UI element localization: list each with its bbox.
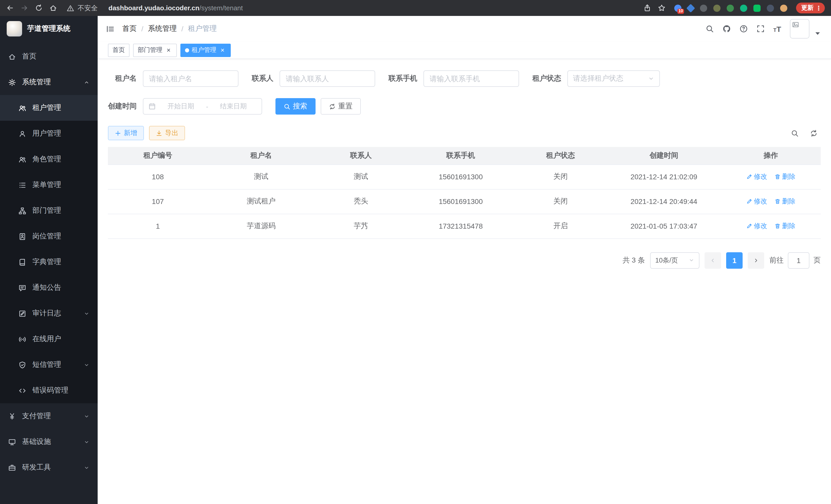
delete-icon: [774, 198, 781, 205]
search-button[interactable]: 搜索: [276, 98, 316, 115]
reset-button[interactable]: 重置: [321, 98, 361, 115]
refresh-icon: [329, 103, 336, 110]
extension-green-icon[interactable]: [727, 4, 734, 11]
sidebar-collapse-icon[interactable]: [106, 24, 115, 33]
yen-icon: [8, 412, 16, 420]
cell-mobile: 15601691300: [407, 189, 514, 214]
pagination-goto: 前往 页: [769, 252, 821, 268]
tab-tenant[interactable]: 租户管理×: [180, 43, 231, 57]
app-title: 芋道管理系统: [27, 24, 70, 33]
badge-icon: [19, 233, 26, 240]
extension-chat-icon[interactable]: [753, 4, 761, 11]
extension-face-icon[interactable]: [780, 4, 787, 11]
site-security-chip[interactable]: 不安全: [67, 3, 98, 12]
tab-close-icon[interactable]: ×: [165, 47, 172, 54]
export-button[interactable]: 导出: [149, 126, 185, 140]
sidebar-item-menu[interactable]: 菜单管理: [0, 172, 98, 198]
tenant-name-input[interactable]: [143, 70, 238, 87]
browser-home-icon[interactable]: [49, 4, 57, 12]
sidebar-item-sms[interactable]: 短信管理: [0, 352, 98, 378]
tab-close-icon[interactable]: ×: [219, 47, 226, 54]
contact-input[interactable]: [280, 70, 375, 87]
extension-plug-icon[interactable]: [767, 4, 774, 11]
cell-created: 2021-01-05 17:03:47: [607, 214, 721, 238]
next-page-button[interactable]: [748, 252, 764, 268]
update-button[interactable]: 更新 ⋮: [796, 3, 825, 13]
app-logo[interactable]: 芋道管理系统: [0, 16, 98, 41]
cell-status: 关闭: [514, 189, 607, 214]
goto-page-input[interactable]: [788, 252, 809, 268]
fullscreen-icon[interactable]: [756, 25, 765, 33]
address-url[interactable]: dashboard.yudao.iocoder.cn/system/tenant: [109, 4, 243, 12]
sidebar-item-infra[interactable]: 基础设施: [0, 429, 98, 455]
edit-link[interactable]: 修改: [746, 172, 767, 181]
sidebar-item-tenant[interactable]: 租户管理: [0, 95, 98, 121]
extension-olive-icon[interactable]: [713, 4, 720, 11]
prev-page-button[interactable]: [705, 252, 721, 268]
help-icon[interactable]: [739, 25, 747, 33]
cell-contact: 秃头: [315, 189, 407, 214]
sidebar-item-log[interactable]: 审计日志: [0, 301, 98, 326]
forward-icon[interactable]: [21, 4, 28, 12]
github-icon[interactable]: [722, 25, 730, 33]
status-placeholder: 请选择租户状态: [573, 74, 623, 83]
back-icon[interactable]: [6, 4, 14, 12]
table-refresh-icon[interactable]: [810, 129, 818, 137]
sidebar-item-label: 研发工具: [22, 463, 51, 472]
toolbar-right: [791, 129, 821, 137]
delete-link[interactable]: 删除: [774, 172, 796, 181]
tenant-name-label: 租户名: [108, 74, 137, 83]
header-search-icon[interactable]: [705, 25, 714, 33]
sidebar-item-role[interactable]: 角色管理: [0, 146, 98, 172]
start-date-placeholder: 开始日期: [158, 102, 204, 111]
sidebar-item-user[interactable]: 用户管理: [0, 121, 98, 146]
add-button[interactable]: 新增: [108, 126, 144, 140]
tenant-status-select[interactable]: 请选择租户状态: [567, 70, 660, 87]
sidebar-item-pay[interactable]: 支付管理: [0, 403, 98, 429]
toggle-search-icon[interactable]: [791, 129, 799, 137]
avatar-caret-down-icon[interactable]: [813, 29, 822, 37]
cell-name: 测试: [208, 165, 315, 189]
tool-icon: [8, 464, 16, 471]
edit-link[interactable]: 修改: [746, 221, 767, 231]
sidebar-item-system[interactable]: 系统管理: [0, 69, 98, 95]
sidebar-item-dept[interactable]: 部门管理: [0, 198, 98, 224]
avatar[interactable]: [790, 19, 809, 38]
share-icon[interactable]: [643, 4, 651, 12]
sidebar-item-home[interactable]: 首页: [0, 44, 98, 69]
edit-link[interactable]: 修改: [746, 197, 767, 206]
calendar-icon: [148, 103, 156, 110]
sidebar-item-online[interactable]: 在线用户: [0, 326, 98, 352]
date-separator: -: [206, 102, 208, 110]
extension-diamond-icon[interactable]: [686, 4, 695, 12]
sidebar-item-dict[interactable]: 字典管理: [0, 249, 98, 275]
reload-icon[interactable]: [35, 4, 42, 12]
download-icon: [156, 130, 163, 137]
bookmark-star-icon[interactable]: [658, 4, 665, 12]
breadcrumb-item[interactable]: 系统管理: [148, 24, 177, 33]
delete-link[interactable]: 删除: [774, 197, 796, 206]
column-header: 操作: [721, 147, 821, 165]
extension-teal-icon[interactable]: [740, 4, 747, 11]
breadcrumb-item[interactable]: 首页: [122, 24, 137, 33]
sidebar-item-errcode[interactable]: 错误码管理: [0, 378, 98, 403]
sidebar-item-devtool[interactable]: 研发工具: [0, 455, 98, 480]
delete-link[interactable]: 删除: [774, 221, 796, 231]
cell-id: 1: [108, 214, 208, 238]
extension-blue-icon[interactable]: 10: [674, 4, 682, 11]
font-size-icon[interactable]: TT: [773, 24, 781, 33]
extension-globe-icon[interactable]: [700, 4, 707, 11]
create-time-range-picker[interactable]: 开始日期 - 结束日期: [143, 98, 262, 115]
sidebar-item-post[interactable]: 岗位管理: [0, 224, 98, 249]
page-size-select[interactable]: 10条/页: [650, 252, 699, 268]
edit-icon: [746, 198, 752, 205]
page-number-button[interactable]: 1: [726, 252, 743, 268]
tab-dept[interactable]: 部门管理×: [133, 43, 177, 57]
breadcrumb-separator: /: [181, 25, 183, 33]
cell-actions: 修改删除: [721, 189, 821, 214]
mobile-input[interactable]: [424, 70, 519, 87]
breadcrumb-item[interactable]: 租户管理: [188, 24, 217, 33]
tab-label: 租户管理: [192, 46, 217, 55]
sidebar-item-notice[interactable]: 通知公告: [0, 275, 98, 301]
tab-home[interactable]: 首页: [108, 43, 130, 57]
